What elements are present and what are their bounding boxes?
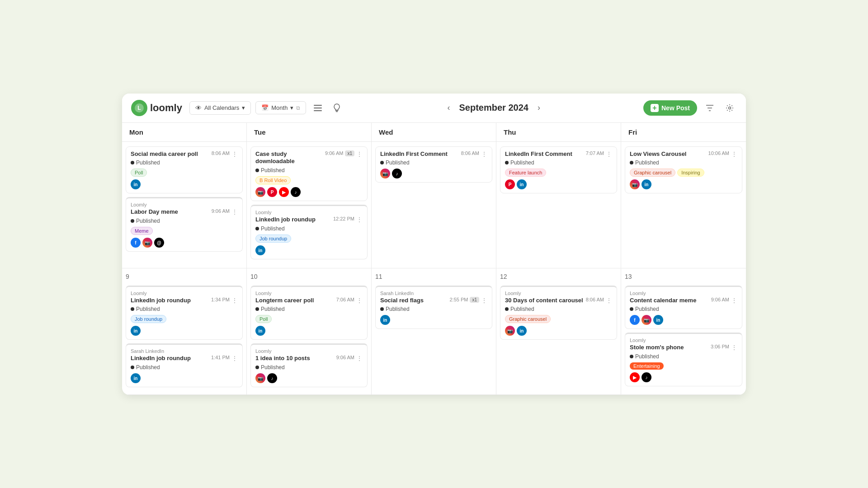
account-label: Loomly (131, 202, 238, 207)
status-label: Published (136, 218, 160, 224)
post-title: Content calendar meme (630, 297, 709, 305)
status-dot (255, 227, 259, 230)
post-title: LinkedIn First Comment (505, 150, 584, 158)
post-menu-icon[interactable]: ⋮ (481, 150, 487, 158)
svg-text:L: L (137, 105, 141, 111)
logo-text: loomly (150, 102, 182, 114)
post-time: 7:06 AM (336, 297, 354, 302)
post-title: 30 Days of content carousel (505, 297, 584, 305)
post-time: 8:06 AM (586, 297, 604, 302)
status-label: Published (261, 225, 285, 232)
post-1-idea-10-posts[interactable]: Loomly 1 idea into 10 posts 9:06 AM ⋮ Pu… (250, 343, 368, 387)
status-label: Published (635, 160, 659, 166)
svg-rect-6 (336, 111, 338, 112)
post-time: 8:06 AM (461, 150, 479, 156)
instagram-icon: 📷 (630, 179, 640, 189)
status-dot (505, 307, 509, 311)
post-menu-icon[interactable]: ⋮ (606, 150, 612, 158)
post-time: 8:06 AM (212, 150, 230, 156)
svg-rect-4 (314, 110, 322, 111)
post-time: 3:06 PM (711, 344, 729, 349)
linkedin-icon: in (517, 326, 527, 336)
youtube-icon: ▶ (279, 187, 289, 197)
status-dot (505, 161, 509, 164)
new-post-button[interactable]: + New Post (643, 100, 697, 116)
header: L loomly 👁 All Calendars ▾ 📅 Month ▾ ⧉ (122, 94, 746, 123)
next-month-button[interactable]: › (534, 101, 544, 114)
post-low-views-carousel[interactable]: Low Views Carousel 10:06 AM ⋮ Published … (625, 146, 742, 194)
post-linkedin-first-comment-wed[interactable]: LinkedIn First Comment 8:06 AM ⋮ Publish… (375, 146, 492, 183)
post-menu-icon[interactable]: ⋮ (731, 150, 737, 158)
account-label: Loomly (630, 338, 737, 343)
post-menu-icon[interactable]: ⋮ (231, 208, 238, 216)
post-stole-moms-phone[interactable]: Loomly Stole mom's phone 3:06 PM ⋮ Publi… (625, 333, 742, 386)
filter-button[interactable] (703, 101, 717, 115)
multiplier-badge: x1 (470, 297, 479, 303)
post-menu-icon[interactable]: ⋮ (606, 297, 612, 304)
post-time: 9:06 AM (336, 355, 354, 360)
post-time: 2:55 PM (449, 297, 468, 302)
day-header-tue: Tue (247, 123, 372, 141)
day-header-thu: Thu (496, 123, 621, 141)
account-label: Loomly (630, 291, 737, 296)
post-menu-icon[interactable]: ⋮ (731, 344, 737, 351)
post-menu-icon[interactable]: ⋮ (231, 150, 238, 158)
day-number-13: 13 (625, 273, 742, 280)
multiplier-badge: x1 (345, 150, 354, 156)
post-case-study[interactable]: Case study downloadable 9:06 AM x1 ⋮ Pub… (250, 146, 368, 202)
status-label: Published (136, 364, 160, 371)
week2-mon: 9 Loomly LinkedIn job roundup 1:34 PM ⋮ … (122, 268, 247, 395)
linkedin-icon: in (131, 326, 141, 336)
post-longterm-career-poll[interactable]: Loomly Longterm career poll 7:06 AM ⋮ Pu… (250, 286, 368, 340)
tag-job-roundup: Job roundup (255, 235, 291, 243)
tag-poll: Poll (131, 169, 147, 177)
instagram-icon: 📷 (255, 187, 265, 197)
tag-job-roundup: Job roundup (131, 315, 166, 323)
post-menu-icon[interactable]: ⋮ (731, 297, 737, 304)
week-2-grid: 9 Loomly LinkedIn job roundup 1:34 PM ⋮ … (122, 268, 746, 395)
tag-meme: Meme (131, 227, 153, 235)
copy-icon: ⧉ (296, 105, 300, 111)
tag-entertaining: Entertaining (630, 362, 664, 370)
post-time: 1:34 PM (211, 297, 230, 302)
calendar-icon: 📅 (261, 104, 269, 111)
svg-rect-2 (314, 105, 322, 106)
post-linkedin-job-roundup-mon9[interactable]: Loomly LinkedIn job roundup 1:34 PM ⋮ Pu… (126, 286, 243, 340)
all-calendars-button[interactable]: 👁 All Calendars ▾ (189, 101, 251, 115)
post-title: Labor Day meme (131, 208, 210, 216)
app-container: L loomly 👁 All Calendars ▾ 📅 Month ▾ ⧉ (122, 94, 746, 395)
post-social-red-flags[interactable]: Sarah LinkedIn Social red flags 2:55 PM … (375, 286, 492, 329)
ideas-button[interactable] (330, 101, 344, 115)
status-label: Published (510, 306, 534, 312)
post-linkedin-job-roundup-sarah[interactable]: Sarah LinkedIn LinkedIn job roundup 1:41… (126, 343, 243, 387)
post-menu-icon[interactable]: ⋮ (356, 216, 363, 223)
post-content-calendar-meme[interactable]: Loomly Content calendar meme 9:06 AM ⋮ P… (625, 286, 742, 329)
account-label: Loomly (505, 291, 612, 296)
post-labor-day-meme[interactable]: Loomly Labor Day meme 9:06 AM ⋮ Publishe… (126, 197, 243, 252)
linkedin-icon: in (653, 315, 663, 325)
linkedin-icon: in (255, 245, 265, 255)
post-menu-icon[interactable]: ⋮ (356, 150, 363, 158)
status-label: Published (261, 364, 285, 371)
settings-button[interactable] (722, 101, 737, 115)
post-menu-icon[interactable]: ⋮ (356, 297, 363, 304)
prev-month-button[interactable]: ‹ (443, 101, 453, 114)
post-menu-icon[interactable]: ⋮ (356, 355, 363, 362)
post-time: 1:41 PM (211, 355, 230, 360)
post-time: 9:06 AM (325, 150, 343, 156)
week2-thu: 12 Loomly 30 Days of content carousel 8:… (496, 268, 621, 395)
post-time: 7:07 AM (586, 150, 604, 156)
post-linkedin-job-roundup-tue[interactable]: Loomly LinkedIn job roundup 12:22 PM ⋮ P… (250, 205, 368, 259)
status-dot (255, 169, 259, 172)
list-view-button[interactable] (311, 101, 325, 115)
post-menu-icon[interactable]: ⋮ (231, 297, 238, 304)
post-social-media-career-poll[interactable]: Social media career poll 8:06 AM ⋮ Publi… (126, 146, 243, 194)
post-menu-icon[interactable]: ⋮ (231, 355, 238, 362)
account-label: Sarah LinkedIn (131, 348, 238, 354)
post-title: Stole mom's phone (630, 344, 709, 352)
status-label: Published (635, 306, 659, 312)
post-menu-icon[interactable]: ⋮ (481, 297, 487, 304)
post-30-days-content-carousel[interactable]: Loomly 30 Days of content carousel 8:06 … (500, 286, 617, 340)
post-linkedin-first-comment-thu[interactable]: LinkedIn First Comment 7:07 AM ⋮ Publish… (500, 146, 617, 194)
month-button[interactable]: 📅 Month ▾ ⧉ (255, 101, 306, 114)
